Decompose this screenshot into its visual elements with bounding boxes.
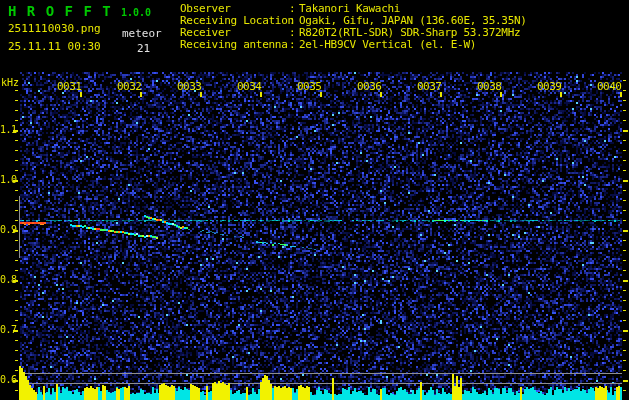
freq-tick-label: 0.8 xyxy=(0,274,17,285)
time-tick-label: 0031 xyxy=(57,80,82,93)
app-title: H R O F F T xyxy=(8,3,112,19)
time-tick-label: 0038 xyxy=(477,80,502,93)
hrofft-window: H R O F F T 1.0.0 2511110030.png meteor … xyxy=(0,0,629,400)
echo-count: 21 xyxy=(137,42,150,55)
time-tick-label: 0037 xyxy=(417,80,442,93)
time-tick-label: 0036 xyxy=(357,80,382,93)
freq-tick-label: 1.1 xyxy=(0,124,17,135)
info-label: Receiving antenna xyxy=(180,39,289,51)
info-separator: : xyxy=(289,39,299,51)
app-version: 1.0.0 xyxy=(121,7,151,18)
station-info-block: Observer:Takanori KawachiReceiving Locat… xyxy=(180,3,527,51)
info-row: Receiving antenna:2el-HB9CV Vertical (el… xyxy=(180,39,527,51)
time-tick-label: 0032 xyxy=(117,80,142,93)
time-tick-label: 0034 xyxy=(237,80,262,93)
time-tick-label: 0035 xyxy=(297,80,322,93)
datetime-label: 25.11.11 00:30 xyxy=(8,40,101,53)
freq-tick-label: 0.9 xyxy=(0,224,17,235)
freq-tick-label: 1.0 xyxy=(0,174,17,185)
info-value: 2el-HB9CV Vertical (el. E-W) xyxy=(299,38,476,51)
spectrogram-canvas xyxy=(0,0,629,400)
mode-label: meteor xyxy=(122,27,162,40)
freq-tick-label: 0.6 xyxy=(0,374,17,385)
freq-tick-label: 0.7 xyxy=(0,324,17,335)
freq-axis-unit: kHz xyxy=(1,77,19,88)
output-filename: 2511110030.png xyxy=(8,22,101,35)
time-tick-label: 0039 xyxy=(537,80,562,93)
time-tick-label: 0040 xyxy=(597,80,622,93)
time-tick-label: 0033 xyxy=(177,80,202,93)
